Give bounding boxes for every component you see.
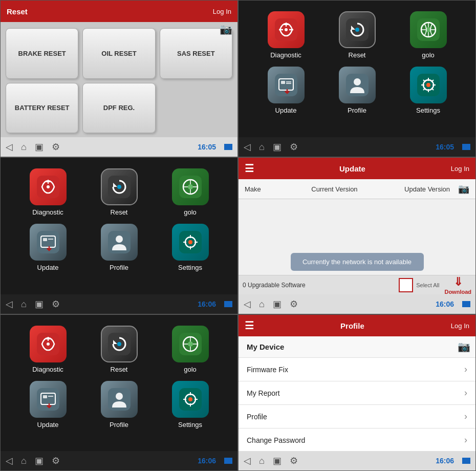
app-settings-5[interactable]: Settings	[158, 380, 222, 429]
back-icon-6[interactable]: ◁	[244, 455, 251, 466]
diagnostic-label-5: Diagnostic	[32, 366, 63, 373]
select-all-label[interactable]: Select All	[416, 282, 439, 288]
dpf-reg-button[interactable]: DPF REG.	[82, 83, 155, 134]
home-icon-6[interactable]: ⌂	[259, 456, 265, 466]
update-label-5: Update	[37, 421, 59, 429]
back-icon-2[interactable]: ◁	[244, 141, 251, 153]
settings-icon-6[interactable]: ⚙	[290, 455, 298, 466]
profile-menu-icon[interactable]: ☰	[245, 319, 254, 332]
app-golo-5[interactable]: golo	[158, 325, 222, 373]
home-icon-5[interactable]: ⌂	[21, 456, 27, 466]
reset-login[interactable]: Log In	[213, 8, 231, 15]
home-icon[interactable]: ⌂	[21, 142, 27, 153]
app-diagnostic-5[interactable]: Diagnostic	[16, 325, 80, 373]
app-profile-3[interactable]: Profile	[87, 224, 151, 272]
camera-icon-update[interactable]: 📷	[458, 183, 469, 195]
back-icon[interactable]: ◁	[6, 141, 13, 153]
battery-reset-button[interactable]: BATTERY RESET	[6, 83, 78, 134]
app-update-5[interactable]: Update	[16, 380, 80, 429]
reset-icon-5	[101, 326, 138, 362]
svg-point-33	[116, 236, 123, 243]
camera-icon-profile[interactable]: 📷	[458, 340, 470, 353]
profile-item-firmware[interactable]: Firmware Fix ›	[239, 358, 475, 381]
home-icon-2[interactable]: ⌂	[259, 142, 265, 153]
profile-label-3: Profile	[110, 264, 128, 271]
golo-icon-5	[172, 326, 209, 362]
golo-icon	[410, 11, 447, 48]
mydevice-label: My Device	[247, 342, 284, 351]
window-icon-3[interactable]: ▣	[35, 298, 44, 310]
home-icon-4[interactable]: ⌂	[259, 299, 265, 310]
golo-label: golo	[422, 51, 435, 59]
profile-item-myreport[interactable]: My Report ›	[239, 381, 475, 405]
time-display-3: 16:06	[198, 300, 216, 308]
panel-home-mid: Diagnostic Reset golo Update Profile	[0, 157, 238, 314]
reset-label: Reset	[349, 51, 366, 59]
app-reset-3[interactable]: Reset	[87, 168, 151, 217]
home-icon-3[interactable]: ⌂	[21, 299, 27, 310]
update-login[interactable]: Log In	[451, 165, 469, 173]
home-mid-bottombar: ◁ ⌂ ▣ ⚙ 16:06	[1, 294, 237, 314]
update-menu-icon[interactable]: ☰	[245, 162, 254, 175]
reset-bottombar: ◁ ⌂ ▣ ⚙ 16:05	[1, 137, 237, 157]
svg-point-38	[47, 342, 50, 346]
time-display-6: 16:06	[436, 457, 454, 465]
app-reset-5[interactable]: Reset	[87, 325, 151, 373]
back-icon-4[interactable]: ◁	[244, 298, 251, 310]
settings-icon-4[interactable]: ⚙	[290, 298, 298, 310]
svg-point-4	[355, 28, 359, 32]
back-icon-3[interactable]: ◁	[6, 298, 13, 310]
settings-icon-2[interactable]: ⚙	[290, 141, 298, 153]
svg-point-1	[285, 28, 288, 31]
svg-point-51	[116, 393, 123, 400]
brake-reset-button[interactable]: BRAKE RESET	[6, 28, 78, 79]
settings-icon-nav-3[interactable]: ⚙	[52, 298, 60, 310]
profile-icon	[339, 67, 376, 103]
app-update-3[interactable]: Update	[16, 224, 80, 272]
profile-item-mydevice[interactable]: My Device	[239, 336, 475, 358]
app-diagnostic-3[interactable]: Diagnostic	[16, 168, 80, 217]
settings-icon[interactable]: ⚙	[52, 141, 60, 153]
settings-icon-nav-5[interactable]: ⚙	[52, 455, 60, 466]
profile-topbar: ☰ Profile Log In	[239, 315, 475, 336]
app-profile[interactable]: Profile	[325, 67, 389, 115]
app-profile-5[interactable]: Profile	[87, 380, 151, 429]
window-icon-5[interactable]: ▣	[35, 455, 44, 466]
app-update[interactable]: Update	[254, 67, 318, 115]
reset-icon-3	[101, 168, 138, 205]
camera-icon[interactable]: 📷	[220, 23, 232, 35]
sas-reset-button[interactable]: SAS RESET	[160, 28, 232, 79]
time-display-4: 16:06	[436, 300, 454, 308]
settings-label-5: Settings	[178, 421, 202, 429]
time-display-5: 16:06	[198, 457, 216, 465]
profile-bottombar: ◁ ⌂ ▣ ⚙ 16:06	[239, 451, 475, 470]
panel-reset: Reset Log In 📷 BRAKE RESET OIL RESET SAS…	[0, 0, 238, 157]
profile-item-profile[interactable]: Profile ›	[239, 405, 475, 429]
back-icon-5[interactable]: ◁	[6, 455, 13, 466]
update-topbar: ☰ Update Log In	[239, 158, 475, 179]
app-diagnostic[interactable]: Diagnostic	[254, 11, 318, 59]
window-icon-6[interactable]: ▣	[273, 455, 282, 466]
select-all-checkbox[interactable]	[399, 278, 413, 292]
profile-item-changepassword[interactable]: Change Password ›	[239, 429, 475, 451]
oil-reset-button[interactable]: OIL RESET	[82, 28, 155, 79]
app-golo-3[interactable]: golo	[158, 168, 222, 217]
download-button[interactable]: ⇓ Download	[444, 275, 471, 295]
svg-rect-10	[281, 81, 285, 84]
svg-rect-47	[43, 395, 47, 398]
svg-point-20	[47, 185, 50, 188]
window-icon[interactable]: ▣	[35, 141, 44, 153]
profile-icon-5	[101, 381, 138, 418]
signal-indicator-2	[462, 144, 470, 150]
window-icon-2[interactable]: ▣	[273, 141, 282, 153]
settings-label: Settings	[416, 106, 440, 114]
app-settings-3[interactable]: Settings	[158, 224, 222, 272]
window-icon-4[interactable]: ▣	[273, 298, 282, 310]
app-settings[interactable]: Settings	[396, 67, 460, 115]
panel-profile: ☰ Profile Log In 📷 My Device Firmware Fi…	[238, 314, 476, 471]
app-golo[interactable]: golo	[396, 11, 460, 59]
changepassword-label: Change Password	[247, 436, 305, 444]
reset-icon	[339, 11, 376, 48]
app-reset[interactable]: Reset	[325, 11, 389, 59]
profile-login[interactable]: Log In	[451, 322, 469, 330]
